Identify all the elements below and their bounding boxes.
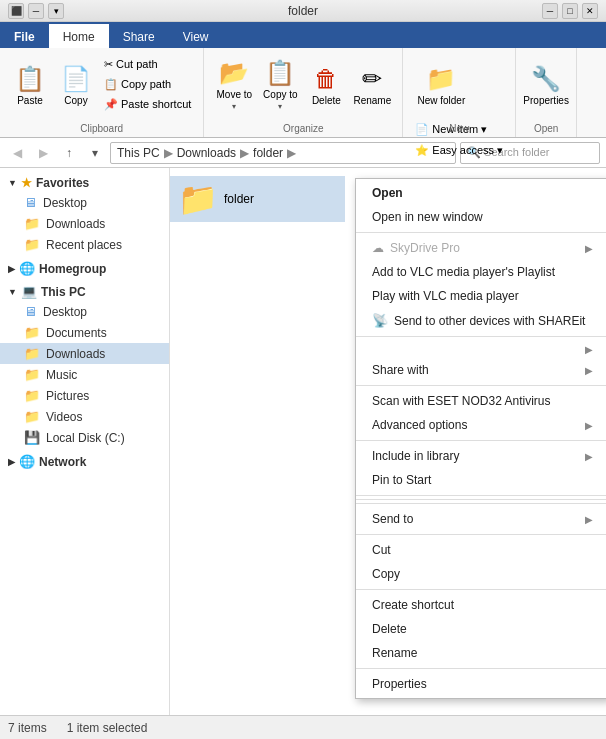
sidebar-item-videos[interactable]: 📁 Videos bbox=[0, 406, 169, 427]
ribbon-tabs: File Home Share View bbox=[0, 22, 606, 48]
this-pc-icon: 💻 bbox=[21, 284, 37, 299]
ctx-play-vlc[interactable]: Play with VLC media player bbox=[356, 284, 606, 308]
copy-to-button[interactable]: 📋 Copy to ▾ bbox=[258, 52, 302, 118]
title-bar-left: ⬛ ─ ▾ bbox=[8, 3, 64, 19]
close-window[interactable]: ✕ bbox=[582, 3, 598, 19]
ctx-scan-eset[interactable]: Scan with ESET NOD32 Antivirus bbox=[356, 389, 606, 413]
tab-share[interactable]: Share bbox=[109, 24, 169, 48]
downloads-icon: 📁 bbox=[24, 346, 40, 361]
ribbon-group-new: 📁 New folder 📄 New item ▾ ⭐ Easy access … bbox=[403, 48, 516, 137]
homegroup-chevron: ▶ bbox=[8, 264, 15, 274]
ctx-empty-arrow: ▶ bbox=[585, 344, 593, 355]
path-folder[interactable]: folder bbox=[253, 146, 283, 160]
minimize-btn[interactable]: ─ bbox=[28, 3, 44, 19]
properties-button[interactable]: 🔧 Properties bbox=[524, 52, 568, 118]
paste-button[interactable]: 📋 Paste bbox=[8, 52, 52, 118]
sidebar-item-documents[interactable]: 📁 Documents bbox=[0, 322, 169, 343]
recent-locations[interactable]: ▾ bbox=[84, 142, 106, 164]
new-folder-button[interactable]: 📁 New folder bbox=[411, 52, 471, 118]
downloads-fav-label: Downloads bbox=[46, 217, 105, 231]
sidebar-header-homegroup[interactable]: ▶ 🌐 Homegroup bbox=[0, 259, 169, 278]
ctx-sep-1 bbox=[356, 232, 606, 233]
easy-access-button[interactable]: ⭐ Easy access ▾ bbox=[411, 140, 507, 160]
tab-home[interactable]: Home bbox=[49, 24, 109, 48]
ctx-include-library-label: Include in library bbox=[372, 449, 459, 463]
tab-view[interactable]: View bbox=[169, 24, 223, 48]
maximize-window[interactable]: □ bbox=[562, 3, 578, 19]
favorites-chevron: ▼ bbox=[8, 178, 17, 188]
sidebar-item-desktop-pc[interactable]: 🖥 Desktop bbox=[0, 301, 169, 322]
documents-icon: 📁 bbox=[24, 325, 40, 340]
pictures-icon: 📁 bbox=[24, 388, 40, 403]
sidebar-item-recent-places[interactable]: 📁 Recent places bbox=[0, 234, 169, 255]
forward-button[interactable]: ▶ bbox=[32, 142, 54, 164]
customize-qat[interactable]: ▾ bbox=[48, 3, 64, 19]
ctx-delete[interactable]: Delete bbox=[356, 617, 606, 641]
copy-path-label: Copy path bbox=[121, 78, 171, 90]
sidebar-item-desktop-fav[interactable]: 🖥 Desktop bbox=[0, 192, 169, 213]
ctx-open-new-window[interactable]: Open in new window bbox=[356, 205, 606, 229]
sidebar-item-pictures[interactable]: 📁 Pictures bbox=[0, 385, 169, 406]
ctx-scan-eset-label: Scan with ESET NOD32 Antivirus bbox=[372, 394, 551, 408]
clipboard-group-label: Clipboard bbox=[0, 123, 203, 134]
sidebar-header-this-pc[interactable]: ▼ 💻 This PC bbox=[0, 282, 169, 301]
properties-label: Properties bbox=[523, 95, 569, 106]
ctx-shareit[interactable]: 📡 Send to other devices with SHAREit bbox=[356, 308, 606, 333]
paste-shortcut-button[interactable]: 📌 Paste shortcut bbox=[100, 94, 195, 114]
copy-path-icon: 📋 bbox=[104, 78, 118, 91]
ribbon-group-organize: 📂 Move to ▾ 📋 Copy to ▾ 🗑 Delete ✏ Renam… bbox=[204, 48, 403, 137]
ctx-properties[interactable]: Properties bbox=[356, 672, 606, 696]
network-chevron: ▶ bbox=[8, 457, 15, 467]
cut-button[interactable]: ✂ Cut path bbox=[100, 54, 162, 74]
ctx-send-to[interactable]: Send to ▶ bbox=[356, 507, 606, 531]
minimize-window[interactable]: ─ bbox=[542, 3, 558, 19]
sidebar-item-downloads-fav[interactable]: 📁 Downloads bbox=[0, 213, 169, 234]
ctx-copy[interactable]: Copy bbox=[356, 562, 606, 586]
ctx-empty-submenu[interactable]: ▶ bbox=[356, 340, 606, 358]
path-this-pc[interactable]: This PC bbox=[117, 146, 160, 160]
move-to-button[interactable]: 📂 Move to ▾ bbox=[212, 52, 256, 118]
sidebar-item-downloads[interactable]: 📁 Downloads bbox=[0, 343, 169, 364]
ctx-open-new-window-label: Open in new window bbox=[372, 210, 483, 224]
ctx-advanced-options[interactable]: Advanced options ▶ bbox=[356, 413, 606, 437]
videos-label: Videos bbox=[46, 410, 82, 424]
copy-button[interactable]: 📄 Copy bbox=[54, 52, 98, 118]
ctx-delete-label: Delete bbox=[372, 622, 407, 636]
tab-file[interactable]: File bbox=[0, 24, 49, 48]
ctx-cut[interactable]: Cut bbox=[356, 538, 606, 562]
ctx-skydrive-label: SkyDrive Pro bbox=[390, 241, 460, 255]
sidebar-header-favorites[interactable]: ▼ ★ Favorites bbox=[0, 174, 169, 192]
folder-item[interactable]: 📁 folder bbox=[170, 176, 345, 222]
ctx-cut-label: Cut bbox=[372, 543, 391, 557]
address-path[interactable]: This PC ▶ Downloads ▶ folder ▶ bbox=[110, 142, 456, 164]
sidebar-item-music[interactable]: 📁 Music bbox=[0, 364, 169, 385]
back-button[interactable]: ◀ bbox=[6, 142, 28, 164]
quick-access-toolbar[interactable]: ⬛ bbox=[8, 3, 24, 19]
sidebar-item-local-disk[interactable]: 💾 Local Disk (C:) bbox=[0, 427, 169, 448]
ctx-share-with[interactable]: Share with ▶ bbox=[356, 358, 606, 382]
downloads-label: Downloads bbox=[46, 347, 105, 361]
skydrive-icon: ☁ bbox=[372, 241, 384, 255]
ctx-create-shortcut[interactable]: Create shortcut bbox=[356, 593, 606, 617]
sidebar-section-homegroup: ▶ 🌐 Homegroup bbox=[0, 259, 169, 278]
rename-button[interactable]: ✏ Rename bbox=[350, 52, 394, 118]
delete-button[interactable]: 🗑 Delete bbox=[304, 52, 348, 118]
ctx-pin-start[interactable]: Pin to Start bbox=[356, 468, 606, 492]
sidebar-header-network[interactable]: ▶ 🌐 Network bbox=[0, 452, 169, 471]
main-area: ▼ ★ Favorites 🖥 Desktop 📁 Downloads 📁 Re… bbox=[0, 168, 606, 715]
ctx-properties-label: Properties bbox=[372, 677, 427, 691]
copy-label: Copy bbox=[64, 95, 87, 106]
path-downloads[interactable]: Downloads bbox=[177, 146, 236, 160]
copy-path-button[interactable]: 📋 Copy path bbox=[100, 74, 175, 94]
music-icon: 📁 bbox=[24, 367, 40, 382]
ctx-rename[interactable]: Rename bbox=[356, 641, 606, 665]
paste-shortcut-icon: 📌 bbox=[104, 98, 118, 111]
up-button[interactable]: ↑ bbox=[58, 142, 80, 164]
ctx-send-to-arrow: ▶ bbox=[585, 514, 593, 525]
ctx-open[interactable]: Open bbox=[356, 181, 606, 205]
title-bar: ⬛ ─ ▾ folder ─ □ ✕ bbox=[0, 0, 606, 22]
ctx-add-vlc-playlist[interactable]: Add to VLC media player's Playlist bbox=[356, 260, 606, 284]
new-folder-icon: 📁 bbox=[426, 65, 456, 93]
ctx-include-library[interactable]: Include in library ▶ bbox=[356, 444, 606, 468]
homegroup-label: Homegroup bbox=[39, 262, 106, 276]
